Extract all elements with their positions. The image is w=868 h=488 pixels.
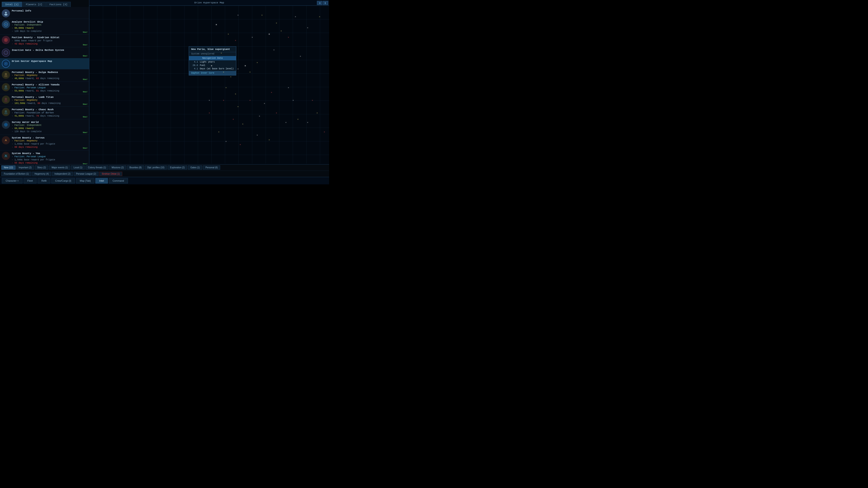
- filter-bounties[interactable]: Bounties (8): [127, 165, 144, 170]
- faction-sindrian[interactable]: Sindrian Diktat (1): [99, 172, 122, 176]
- svg-point-0: [5, 12, 7, 13]
- nav-map[interactable]: Map [Tab]: [76, 178, 94, 184]
- star[interactable]: [257, 135, 257, 135]
- faction-borken[interactable]: Foundation of Borken (1): [1, 172, 31, 176]
- list-item[interactable]: Faction Bounty - Sindrian Diktat · 500¢ …: [0, 35, 89, 47]
- filter-major-events[interactable]: Major events (1): [49, 165, 70, 170]
- nav-command[interactable]: Command: [109, 178, 128, 184]
- main-container: Intel [1] Planets [2] Factions [3] Perso…: [0, 0, 329, 184]
- nav-character[interactable]: Character +: [2, 178, 23, 184]
- filter-colony-threats[interactable]: Colony threats (1): [86, 165, 108, 170]
- star[interactable]: [262, 15, 262, 15]
- star[interactable]: [317, 113, 317, 113]
- tab-intel[interactable]: Intel [1]: [2, 2, 22, 7]
- map-canvas[interactable]: New Paria, blue supergiant System unexpl…: [89, 6, 329, 164]
- filter-story[interactable]: Story (2): [35, 165, 49, 170]
- star[interactable]: [269, 34, 270, 34]
- nav-fleet[interactable]: Fleet: [24, 178, 37, 184]
- star[interactable]: [257, 62, 257, 63]
- star[interactable]: [293, 100, 293, 101]
- star[interactable]: [235, 94, 236, 94]
- star[interactable]: [300, 56, 301, 57]
- star[interactable]: [271, 92, 272, 93]
- list-item[interactable]: Survey Water World · Faction: Independen…: [0, 119, 89, 135]
- map-area[interactable]: Orion Hyperspace Map New Paria, blue sup…: [89, 0, 329, 164]
- star[interactable]: [274, 50, 274, 50]
- star[interactable]: [250, 100, 250, 101]
- star[interactable]: [288, 37, 289, 37]
- intel-list[interactable]: Personal Info Analyze Derelict Ship · Fa…: [0, 7, 89, 164]
- star[interactable]: [307, 28, 308, 28]
- filter-local[interactable]: Local (1): [71, 165, 85, 170]
- star[interactable]: [221, 53, 221, 53]
- list-item[interactable]: Personal Bounty - Dulga Madness · Factio…: [0, 69, 89, 82]
- star[interactable]: [245, 65, 246, 66]
- star[interactable]: [312, 100, 313, 101]
- star[interactable]: [240, 144, 241, 145]
- star[interactable]: [286, 122, 286, 123]
- star[interactable]: [228, 34, 228, 34]
- nav-crew-cargo[interactable]: Crew/Cargo [I]: [51, 178, 75, 184]
- list-item[interactable]: Orion Sector Hyperspace Map: [0, 58, 89, 69]
- faction-hegemony[interactable]: Hegemony (4): [32, 172, 51, 176]
- star[interactable]: [223, 72, 224, 72]
- star[interactable]: [235, 40, 236, 41]
- tab-planets[interactable]: Planets [2]: [22, 2, 46, 7]
- star[interactable]: [250, 72, 250, 72]
- star[interactable]: [209, 113, 210, 113]
- tooltip-light-years: 4.1 Light years: [189, 60, 236, 64]
- svg-rect-21: [4, 112, 7, 114]
- svg-point-20: [5, 110, 7, 112]
- filter-personal[interactable]: Personal (6): [203, 165, 220, 170]
- star[interactable]: [209, 100, 210, 101]
- map-title: Orion Hyperspace Map: [89, 0, 329, 6]
- list-item[interactable]: Inactive Gate - Delta Rathon System New!: [0, 47, 89, 58]
- faction-persean[interactable]: Persean League (2): [74, 172, 98, 176]
- star[interactable]: [324, 132, 324, 132]
- star[interactable]: [288, 88, 289, 88]
- star[interactable]: [238, 106, 238, 107]
- star[interactable]: [243, 124, 243, 124]
- list-item[interactable]: System Bounty - Yma · Faction: Persean L…: [0, 151, 89, 164]
- filter-exploration[interactable]: Exploration (2): [167, 165, 187, 170]
- filter-new[interactable]: New (12): [1, 165, 16, 170]
- star[interactable]: [230, 76, 231, 77]
- list-item[interactable]: Analyze Derelict Ship · Faction: Indepen…: [0, 19, 89, 35]
- star[interactable]: [281, 31, 281, 31]
- star[interactable]: [298, 119, 298, 120]
- star[interactable]: [226, 88, 226, 88]
- corner-icon-1: ▐: [317, 1, 322, 5]
- star[interactable]: [259, 116, 260, 116]
- star[interactable]: [233, 119, 234, 120]
- tab-factions[interactable]: Factions [3]: [46, 2, 71, 7]
- star[interactable]: [252, 37, 252, 37]
- star[interactable]: [264, 103, 265, 104]
- faction-independent[interactable]: Independent (2): [52, 172, 73, 176]
- list-item[interactable]: Personal Info: [0, 8, 89, 19]
- list-item[interactable]: Personal Bounty - Allison Yamada · Facti…: [0, 82, 89, 94]
- list-item[interactable]: Personal Bounty - Lamb Titan · Faction: …: [0, 94, 89, 107]
- svg-rect-17: [4, 88, 7, 90]
- filter-missions[interactable]: Missions (2): [109, 165, 126, 170]
- list-item[interactable]: Personal Bounty - Chaoc Rush · Faction: …: [0, 107, 89, 119]
- star[interactable]: [219, 132, 219, 132]
- star[interactable]: [276, 113, 277, 113]
- star[interactable]: [238, 69, 238, 69]
- star[interactable]: [216, 24, 217, 25]
- star[interactable]: [223, 100, 224, 101]
- nav-intel[interactable]: Intel: [95, 178, 108, 184]
- list-item[interactable]: System Bounty - Corvus · Faction: Hegemo…: [0, 135, 89, 151]
- star[interactable]: [211, 65, 212, 66]
- filter-dipl-profiles[interactable]: Dipl. profiles (10): [145, 165, 167, 170]
- star[interactable]: [226, 141, 226, 142]
- star[interactable]: [307, 122, 308, 123]
- filter-gates[interactable]: Gates (1): [188, 165, 202, 170]
- item-content: System Bounty - Corvus · Faction: Hegemo…: [12, 136, 87, 149]
- star[interactable]: [269, 140, 270, 140]
- star[interactable]: [276, 23, 277, 23]
- filter-important[interactable]: Important (2): [16, 165, 34, 170]
- star[interactable]: [319, 17, 320, 17]
- star[interactable]: [238, 15, 238, 15]
- star[interactable]: [295, 17, 296, 17]
- nav-refit[interactable]: Refit: [37, 178, 51, 184]
